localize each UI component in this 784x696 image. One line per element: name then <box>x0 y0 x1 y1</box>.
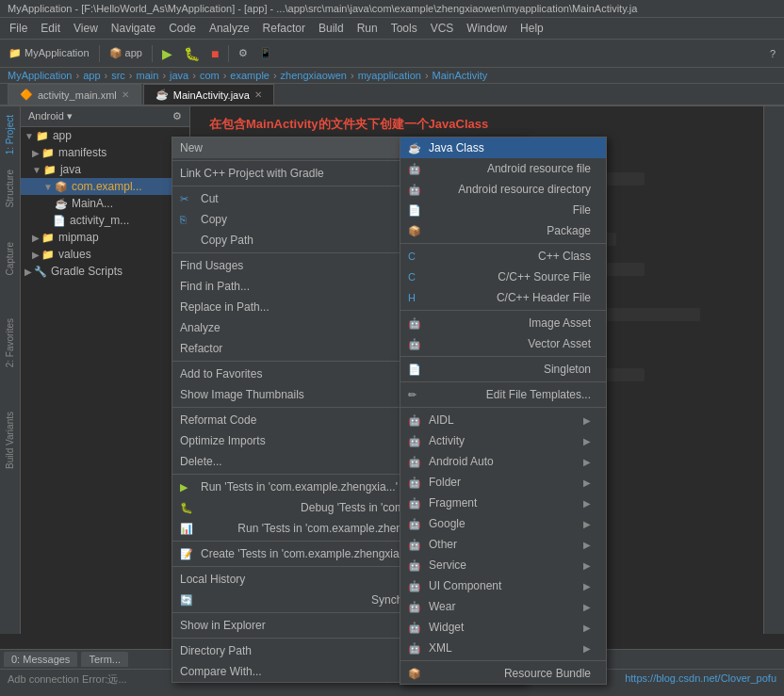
submenu-package-label: Package <box>547 224 591 237</box>
submenu-google-label: Google <box>429 517 583 530</box>
menu-show-explorer-label: Show in Explorer <box>180 619 266 632</box>
submenu-aidl-arrow: ▶ <box>583 415 591 426</box>
submenu-fragment-label: Fragment <box>429 496 583 510</box>
create-icon: 📝 <box>180 548 195 560</box>
submenu-folder[interactable]: 🤖 Folder ▶ <box>400 472 606 493</box>
android-resource-dir-icon: 🤖 <box>408 184 423 196</box>
submenu-android-auto-arrow: ▶ <box>583 457 591 467</box>
submenu-image-asset[interactable]: 🤖 Image Asset <box>400 313 606 333</box>
image-asset-icon: 🤖 <box>408 317 423 330</box>
submenu-other-label: Other <box>429 538 583 551</box>
submenu-cpp-header-label: C/C++ Header File <box>497 291 591 304</box>
run-icon: ▶ <box>180 481 195 494</box>
submenu-ui-component-arrow: ▶ <box>583 581 591 591</box>
submenu-android-resource-dir[interactable]: 🤖 Android resource directory <box>400 179 606 200</box>
submenu-resource-bundle-label: Resource Bundle <box>504 667 591 680</box>
debug-icon: 🐛 <box>180 502 195 514</box>
widget-icon: 🤖 <box>408 622 423 634</box>
menu-add-favorites-label: Add to Favorites <box>180 367 262 380</box>
cut-icon: ✂ <box>180 193 195 205</box>
service-icon: 🤖 <box>408 559 423 572</box>
android-resource-file-icon: 🤖 <box>408 163 423 175</box>
cpp-source-icon: C <box>408 271 423 283</box>
menu-find-path-label: Find in Path... <box>180 280 436 293</box>
submenu-activity-arrow: ▶ <box>583 436 591 446</box>
submenu-ui-component[interactable]: 🤖 UI Component ▶ <box>400 575 606 596</box>
submenu-singleton[interactable]: 📄 Singleton <box>400 359 606 380</box>
submenu-android-resource-dir-label: Android resource directory <box>458 183 591 196</box>
activity-icon: 🤖 <box>408 435 423 447</box>
submenu-android-auto-label: Android Auto <box>429 455 583 468</box>
submenu-widget[interactable]: 🤖 Widget ▶ <box>400 617 606 638</box>
submenu-package[interactable]: 📦 Package <box>400 220 606 241</box>
submenu-xml[interactable]: 🤖 XML ▶ <box>400 638 606 658</box>
submenu-vector-asset-label: Vector Asset <box>528 337 591 350</box>
submenu-wear-label: Wear <box>429 600 583 613</box>
xml-menu-icon: 🤖 <box>408 642 423 655</box>
submenu-file[interactable]: 📄 File <box>400 200 606 220</box>
submenu-div-5 <box>400 407 606 408</box>
submenu-folder-arrow: ▶ <box>583 477 591 488</box>
submenu-service-label: Service <box>429 558 583 572</box>
coverage-icon: 📊 <box>180 523 195 535</box>
submenu-wear[interactable]: 🤖 Wear ▶ <box>400 596 606 617</box>
submenu-android-auto[interactable]: 🤖 Android Auto ▶ <box>400 451 606 472</box>
submenu-file-label: File <box>573 203 591 217</box>
submenu-edit-templates[interactable]: ✏ Edit File Templates... <box>400 384 606 405</box>
context-menu-overlay: New ▶ Link C++ Project with Gradle ✂ Cut… <box>0 0 784 696</box>
submenu-service-arrow: ▶ <box>583 560 591 571</box>
submenu-android-resource-file-label: Android resource file <box>487 162 591 175</box>
submenu-edit-templates-label: Edit File Templates... <box>486 388 591 401</box>
submenu-cpp-header[interactable]: H C/C++ Header File <box>400 287 606 308</box>
submenu-fragment-arrow: ▶ <box>583 498 591 509</box>
submenu-java-class[interactable]: ☕ Java Class <box>400 138 606 158</box>
google-icon: 🤖 <box>408 518 423 530</box>
menu-directory-path-label: Directory Path <box>180 644 433 657</box>
submenu-cpp-source-label: C/C++ Source File <box>498 270 591 283</box>
submenu-activity[interactable]: 🤖 Activity ▶ <box>400 430 606 451</box>
submenu-google-arrow: ▶ <box>583 519 591 529</box>
submenu-cpp-source[interactable]: C C/C++ Source File <box>400 267 606 287</box>
singleton-icon: 📄 <box>408 364 423 376</box>
folder-menu-icon: 🤖 <box>408 477 423 489</box>
submenu-div-4 <box>400 381 606 382</box>
submenu-div-6 <box>400 660 606 661</box>
submenu-activity-label: Activity <box>429 434 583 447</box>
submenu-widget-label: Widget <box>429 621 583 634</box>
menu-run-tests-label: Run 'Tests in 'com.example.zhengxia...' <box>201 480 424 494</box>
submenu-cpp-class[interactable]: C C++ Class <box>400 246 606 267</box>
submenu-singleton-label: Singleton <box>544 363 591 376</box>
submenu-div-1 <box>400 243 606 244</box>
android-auto-icon: 🤖 <box>408 456 423 468</box>
menu-link-cpp-label: Link C++ Project with Gradle <box>180 167 324 180</box>
submenu-folder-label: Folder <box>429 476 583 489</box>
submenu-google[interactable]: 🤖 Google ▶ <box>400 513 606 534</box>
java-class-icon: ☕ <box>408 142 423 154</box>
submenu-ui-component-label: UI Component <box>429 579 583 592</box>
wear-icon: 🤖 <box>408 601 423 613</box>
submenu-other[interactable]: 🤖 Other ▶ <box>400 534 606 555</box>
submenu-fragment[interactable]: 🤖 Fragment ▶ <box>400 493 606 513</box>
sync-icon: 🔄 <box>180 594 195 607</box>
submenu-xml-label: XML <box>429 641 583 655</box>
submenu-image-asset-label: Image Asset <box>529 316 591 330</box>
submenu-div-3 <box>400 356 606 357</box>
submenu-xml-arrow: ▶ <box>583 643 591 654</box>
submenu-java-class-label: Java Class <box>429 141 591 154</box>
submenu-aidl[interactable]: 🤖 AIDL ▶ <box>400 410 606 430</box>
vector-asset-icon: 🤖 <box>408 338 423 350</box>
submenu-android-resource-file[interactable]: 🤖 Android resource file <box>400 158 606 179</box>
file-icon: 📄 <box>408 204 423 217</box>
other-icon: 🤖 <box>408 539 423 551</box>
menu-show-thumbnails-label: Show Image Thumbnails <box>180 388 436 401</box>
submenu-resource-bundle[interactable]: 📦 Resource Bundle <box>400 663 606 684</box>
submenu-service[interactable]: 🤖 Service ▶ <box>400 555 606 575</box>
ui-component-icon: 🤖 <box>408 580 423 592</box>
submenu-div-2 <box>400 310 606 311</box>
fragment-icon: 🤖 <box>408 497 423 510</box>
submenu-widget-arrow: ▶ <box>583 623 591 633</box>
cpp-class-icon: C <box>408 251 423 262</box>
aidl-icon: 🤖 <box>408 414 423 427</box>
submenu-vector-asset[interactable]: 🤖 Vector Asset <box>400 333 606 354</box>
submenu-new: ☕ Java Class 🤖 Android resource file 🤖 A… <box>400 137 607 685</box>
